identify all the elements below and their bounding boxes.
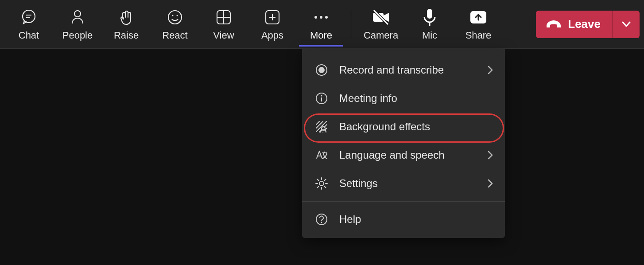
hand-icon — [117, 8, 135, 27]
svg-point-1 — [74, 11, 81, 17]
apps-button[interactable]: Apps — [248, 2, 297, 47]
share-screen-icon — [469, 8, 487, 27]
svg-rect-13 — [427, 9, 432, 19]
react-label: React — [162, 30, 187, 41]
more-button[interactable]: More — [297, 2, 345, 47]
chat-icon — [20, 8, 38, 27]
svg-point-17 — [319, 67, 324, 73]
grid-icon — [215, 8, 232, 27]
menu-meeting-info[interactable]: Meeting info — [302, 84, 505, 113]
camera-button[interactable]: Camera — [357, 2, 405, 47]
svg-point-24 — [321, 222, 322, 223]
camera-off-icon — [371, 8, 391, 27]
leave-button[interactable]: Leave — [536, 11, 612, 38]
chevron-right-icon — [487, 65, 493, 75]
svg-point-8 — [320, 16, 322, 19]
menu-record-transcribe[interactable]: Record and transcribe — [302, 56, 505, 84]
mic-label: Mic — [422, 30, 437, 41]
raise-label: Raise — [114, 30, 139, 41]
chevron-right-icon — [487, 150, 493, 160]
apps-label: Apps — [261, 30, 283, 41]
smile-icon — [166, 8, 184, 27]
more-label: More — [310, 30, 332, 41]
svg-point-22 — [319, 181, 324, 186]
leave-label: Leave — [568, 17, 601, 31]
ellipsis-icon — [312, 8, 330, 27]
svg-point-19 — [321, 95, 322, 96]
camera-label: Camera — [364, 30, 398, 41]
share-label: Share — [466, 30, 492, 41]
chat-button[interactable]: Chat — [4, 2, 53, 47]
help-icon — [314, 211, 330, 227]
background-effects-icon — [314, 119, 330, 135]
menu-settings-label: Settings — [339, 177, 378, 190]
svg-point-4 — [177, 15, 178, 16]
svg-point-9 — [325, 16, 328, 19]
people-icon — [69, 8, 86, 27]
record-icon — [314, 62, 330, 78]
view-label: View — [213, 30, 234, 41]
menu-background-effects[interactable]: Background effects — [302, 113, 505, 141]
people-button[interactable]: People — [53, 2, 102, 47]
svg-point-2 — [168, 11, 182, 24]
leave-options-button[interactable] — [612, 11, 640, 38]
people-label: People — [62, 30, 93, 41]
meeting-toolbar: Chat People Raise React — [0, 0, 644, 49]
chat-label: Chat — [19, 30, 39, 41]
gear-icon — [314, 175, 330, 191]
more-menu: Record and transcribe Meeting info Backg… — [302, 49, 505, 238]
menu-record-label: Record and transcribe — [339, 64, 444, 76]
mic-button[interactable]: Mic — [405, 2, 454, 47]
toolbar-separator — [351, 10, 351, 39]
language-icon — [314, 147, 330, 163]
menu-language-speech[interactable]: Language and speech — [302, 141, 505, 169]
view-button[interactable]: View — [199, 2, 248, 47]
menu-separator — [302, 201, 505, 202]
chevron-down-icon — [622, 21, 631, 27]
menu-help[interactable]: Help — [302, 205, 505, 234]
react-button[interactable]: React — [151, 2, 199, 47]
svg-rect-14 — [429, 22, 431, 26]
svg-point-0 — [23, 10, 35, 23]
mic-icon — [422, 8, 437, 27]
menu-help-label: Help — [339, 213, 361, 226]
share-button[interactable]: Share — [454, 2, 503, 47]
menu-language-label: Language and speech — [339, 149, 445, 161]
svg-point-3 — [172, 15, 174, 16]
menu-settings[interactable]: Settings — [302, 169, 505, 198]
hangup-icon — [546, 19, 562, 29]
menu-bgfx-label: Background effects — [339, 121, 430, 133]
menu-info-label: Meeting info — [339, 92, 397, 105]
chevron-right-icon — [487, 179, 493, 188]
raise-hand-button[interactable]: Raise — [102, 2, 151, 47]
info-icon — [314, 90, 330, 106]
svg-point-7 — [314, 16, 317, 19]
plus-square-icon — [264, 8, 281, 27]
leave-button-group: Leave — [536, 11, 640, 38]
